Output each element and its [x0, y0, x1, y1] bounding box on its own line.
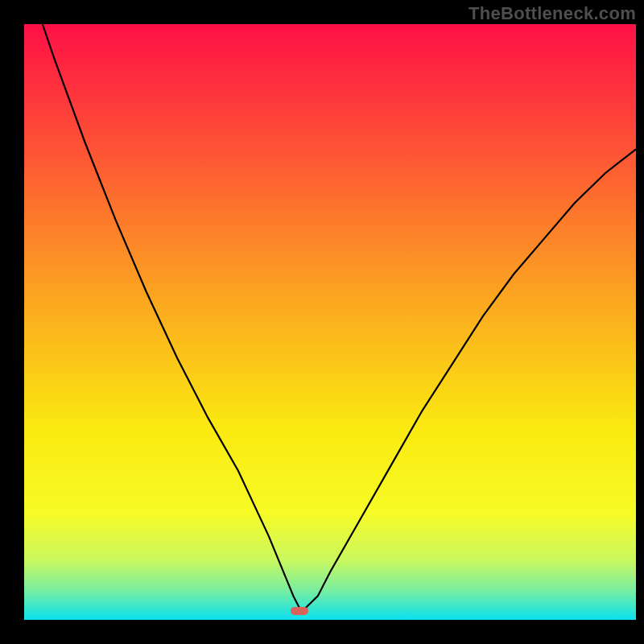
bottleneck-chart: [0, 0, 644, 644]
optimal-marker: [291, 607, 308, 615]
watermark-text: TheBottleneck.com: [469, 3, 636, 24]
chart-stage: TheBottleneck.com: [0, 0, 644, 644]
plot-background: [24, 24, 636, 620]
